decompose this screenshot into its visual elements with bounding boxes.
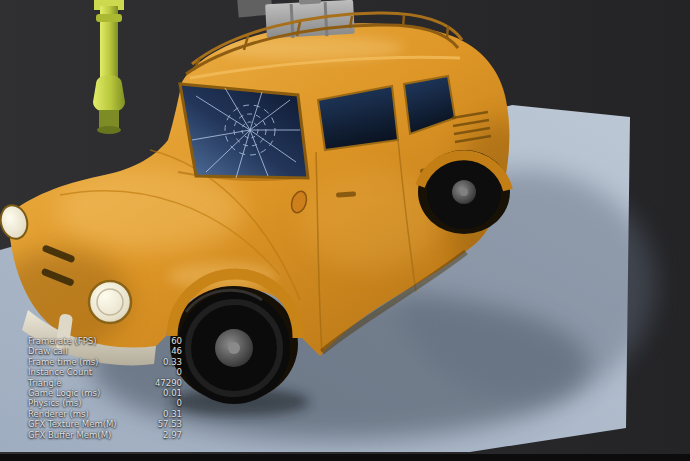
- windshield: [180, 84, 308, 178]
- 3d-viewport[interactable]: Framerate (FPS)60Draw call46Frame time (…: [0, 0, 690, 461]
- scene-render: [0, 0, 690, 461]
- headlight-lower: [89, 281, 131, 323]
- lamp-collar: [93, 75, 125, 113]
- rear-wheel: [418, 150, 510, 234]
- front-wheel: [170, 274, 298, 404]
- bottom-edge-strip: [0, 454, 690, 461]
